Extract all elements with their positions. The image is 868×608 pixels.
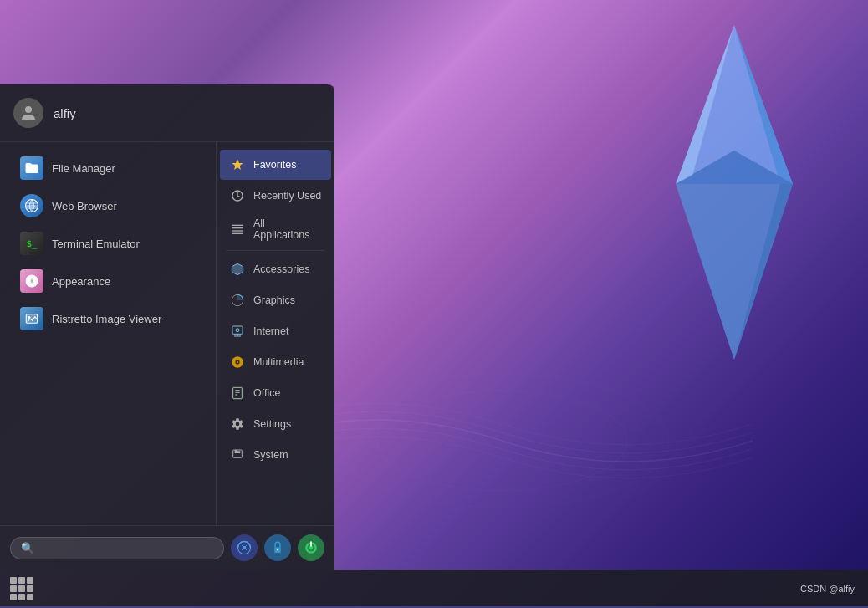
search-bar: 🔍	[0, 525, 334, 570]
svg-rect-17	[232, 233, 243, 234]
taskbar-right-text: CSDN @alfiy	[800, 584, 861, 594]
office-icon	[228, 384, 247, 402]
fav-item-appearance[interactable]: Appearance	[7, 263, 209, 299]
cat-recently-used-label: Recently Used	[253, 190, 321, 202]
network-taskbar-icon[interactable]	[231, 534, 258, 561]
svg-point-29	[277, 549, 278, 550]
cat-accessories[interactable]: Accessories	[220, 254, 331, 284]
system-icon	[228, 446, 247, 464]
svg-rect-15	[232, 227, 243, 228]
svg-point-20	[236, 329, 239, 332]
taskbar: CSDN @alfiy	[0, 570, 868, 608]
fav-item-web-browser[interactable]: Web Browser	[7, 187, 209, 224]
terminal-label: Terminal Emulator	[52, 238, 140, 250]
cat-all-applications[interactable]: All Applications	[220, 212, 331, 247]
cat-divider	[227, 250, 324, 251]
cat-system-label: System	[253, 449, 288, 461]
menu-body: File Manager Web Browser $_ Terminal Emu…	[0, 142, 334, 525]
search-input[interactable]	[39, 542, 213, 554]
cat-internet[interactable]: Internet	[220, 316, 331, 346]
web-browser-icon	[20, 194, 43, 217]
star-icon	[228, 156, 247, 174]
graphics-icon	[228, 291, 247, 309]
username: alfiy	[54, 106, 76, 120]
appearance-label: Appearance	[52, 275, 110, 288]
power-taskbar-icon[interactable]	[298, 534, 324, 561]
search-wrapper: 🔍	[10, 537, 224, 559]
svg-point-23	[237, 361, 238, 363]
application-menu: alfiy File Manager	[0, 84, 334, 570]
svg-marker-6	[676, 151, 793, 360]
file-manager-icon	[20, 156, 43, 180]
cat-accessories-label: Accessories	[253, 263, 309, 275]
svg-point-9	[25, 106, 32, 113]
internet-icon	[228, 322, 247, 340]
web-browser-label: Web Browser	[52, 200, 117, 212]
cat-settings-label: Settings	[253, 418, 291, 430]
search-icon: 🔍	[21, 542, 34, 554]
avatar	[13, 98, 43, 128]
svg-rect-19	[232, 326, 243, 334]
apps-button[interactable]	[7, 574, 37, 604]
eth-diamond	[651, 17, 818, 371]
cat-settings[interactable]: Settings	[220, 409, 331, 439]
apps-grid-icon	[10, 577, 33, 600]
cat-office[interactable]: Office	[220, 378, 331, 408]
ristretto-icon	[20, 307, 43, 330]
svg-rect-24	[233, 387, 243, 398]
appearance-icon	[20, 269, 43, 293]
clock-icon	[228, 186, 247, 205]
fav-item-ristretto[interactable]: Ristretto Image Viewer	[7, 300, 209, 337]
multimedia-icon	[228, 353, 247, 371]
cat-all-apps-label: All Applications	[253, 217, 323, 241]
cat-favorites-label: Favorites	[253, 159, 296, 171]
terminal-icon: $_	[20, 232, 43, 255]
settings-icon	[228, 415, 247, 433]
cat-internet-label: Internet	[253, 325, 288, 337]
cat-office-label: Office	[253, 387, 280, 399]
fav-item-terminal[interactable]: $_ Terminal Emulator	[7, 225, 209, 262]
cat-graphics[interactable]: Graphics	[220, 285, 331, 315]
cat-favorites[interactable]: Favorites	[220, 150, 331, 180]
svg-rect-14	[232, 225, 243, 226]
ristretto-label: Ristretto Image Viewer	[52, 313, 161, 325]
lock-taskbar-icon[interactable]	[264, 534, 291, 561]
cat-system[interactable]: System	[220, 440, 331, 470]
favorites-panel: File Manager Web Browser $_ Terminal Emu…	[0, 142, 216, 525]
cat-multimedia-label: Multimedia	[253, 356, 304, 368]
categories-panel: Favorites Recently Used	[216, 142, 334, 525]
cat-multimedia[interactable]: Multimedia	[220, 347, 331, 377]
cat-graphics-label: Graphics	[253, 294, 295, 306]
svg-rect-16	[232, 230, 243, 231]
fav-item-file-manager[interactable]: File Manager	[7, 150, 209, 186]
grid-apps-icon	[228, 220, 247, 238]
user-header: alfiy	[0, 84, 334, 142]
file-manager-label: File Manager	[52, 162, 115, 175]
accessories-icon	[228, 260, 247, 278]
cat-recently-used[interactable]: Recently Used	[220, 181, 331, 211]
user-icon	[18, 103, 38, 123]
